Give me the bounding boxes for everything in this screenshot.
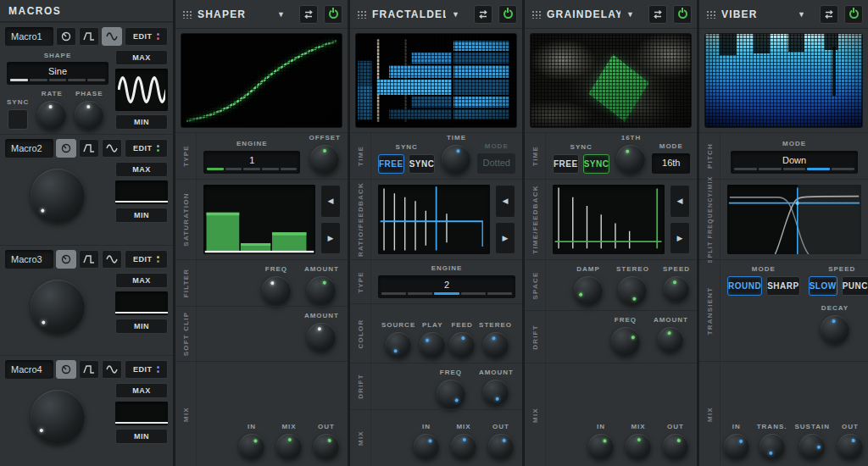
macro1-max-button[interactable]: MAX (115, 50, 168, 65)
mix-out-knob[interactable] (314, 434, 339, 459)
feedback-next-button[interactable]: ▶ (670, 222, 690, 255)
offset-knob[interactable] (310, 145, 339, 174)
macro1-edit-button[interactable]: EDIT (125, 27, 168, 46)
free-button[interactable]: FREE (553, 154, 579, 174)
sharp-button[interactable]: SHARP (766, 276, 800, 296)
mix-sustain-knob[interactable] (799, 434, 825, 459)
saturation-next-button[interactable]: ▶ (320, 222, 341, 255)
drag-handle-icon[interactable] (182, 9, 192, 19)
macro2-knob-mode-button[interactable] (56, 139, 76, 158)
time-knob[interactable] (442, 145, 470, 174)
macro3-lfo-mode-button[interactable] (102, 250, 122, 269)
macro2-max-button[interactable]: MAX (115, 162, 168, 177)
ratio-next-button[interactable]: ▶ (495, 222, 515, 255)
source-knob[interactable] (386, 332, 411, 358)
macro3-max-button[interactable]: MAX (115, 273, 168, 288)
macro2-envelope-mode-button[interactable] (79, 139, 99, 158)
mix-mix-knob[interactable] (276, 434, 302, 459)
slow-button[interactable]: SLOW (809, 276, 837, 296)
punch-button[interactable]: PUNCH (842, 276, 868, 296)
sync-button[interactable]: SYNC (583, 154, 610, 174)
drag-handle-icon[interactable] (706, 9, 715, 19)
macro4-knob[interactable] (31, 390, 85, 444)
pitch-mode-selector[interactable]: Down (731, 151, 858, 174)
power-button[interactable] (673, 5, 692, 24)
macro1-knob-mode-button[interactable] (56, 27, 76, 46)
mix-out-knob[interactable] (663, 434, 688, 459)
macro1-envelope-mode-button[interactable] (79, 27, 99, 46)
drift-freq-knob[interactable] (437, 380, 465, 408)
macro1-min-button[interactable]: MIN (115, 114, 168, 130)
round-button[interactable]: ROUND (727, 276, 762, 296)
time-feedback-display[interactable] (553, 185, 665, 254)
damp-knob[interactable] (574, 276, 603, 305)
saturation-bars-display[interactable] (203, 185, 315, 254)
mix-out-knob[interactable] (837, 434, 863, 459)
filter-freq-knob[interactable] (262, 276, 291, 305)
mix-in-knob[interactable] (588, 434, 614, 459)
macro3-knob[interactable] (31, 280, 85, 334)
decay-knob[interactable] (821, 315, 849, 344)
mix-trans-knob[interactable] (760, 434, 785, 459)
mix-out-knob[interactable] (488, 434, 514, 459)
saturation-prev-button[interactable]: ◀ (320, 185, 341, 218)
macro4-max-button[interactable]: MAX (115, 383, 168, 398)
macro4-min-button[interactable]: MIN (115, 429, 168, 444)
shaper-engine-selector[interactable]: 1 (203, 151, 300, 174)
mode-selector[interactable]: Dotted (477, 153, 515, 174)
power-button[interactable] (498, 5, 517, 24)
chevron-down-icon[interactable]: ▼ (798, 10, 805, 19)
drag-handle-icon[interactable] (531, 9, 541, 19)
mix-in-knob[interactable] (724, 434, 749, 459)
macro3-envelope-mode-button[interactable] (79, 250, 99, 269)
swap-module-button[interactable] (474, 5, 492, 24)
swap-module-button[interactable] (820, 5, 838, 24)
macro4-lfo-mode-button[interactable] (102, 360, 122, 379)
macro2-knob[interactable] (31, 169, 85, 223)
chevron-down-icon[interactable]: ▼ (277, 10, 285, 19)
mix-mix-knob[interactable] (626, 434, 651, 459)
mix-in-knob[interactable] (239, 434, 264, 459)
ratio-prev-button[interactable]: ◀ (495, 185, 515, 218)
swap-module-button[interactable] (648, 5, 667, 24)
split-frequency-mix-display[interactable] (727, 185, 861, 254)
macro4-edit-button[interactable]: EDIT (125, 360, 168, 379)
drift-amount-knob[interactable] (658, 327, 683, 352)
power-button[interactable] (324, 5, 342, 24)
fractaldelay-engine-selector[interactable]: 2 (378, 275, 515, 298)
chevron-down-icon[interactable]: ▼ (626, 10, 634, 19)
sync-button[interactable]: SYNC (409, 154, 436, 174)
mix-in-knob[interactable] (414, 434, 439, 459)
macro3-edit-button[interactable]: EDIT (125, 250, 168, 269)
feedback-prev-button[interactable]: ◀ (670, 185, 690, 218)
drift-amount-knob[interactable] (483, 380, 509, 405)
macro2-min-button[interactable]: MIN (115, 208, 168, 223)
swap-module-button[interactable] (299, 5, 318, 24)
macro2-lfo-mode-button[interactable] (102, 139, 122, 158)
feed-knob[interactable] (449, 332, 475, 358)
softclip-amount-knob[interactable] (307, 323, 336, 352)
shape-selector[interactable]: Sine (7, 62, 108, 85)
macro1-lfo-mode-button[interactable] (102, 27, 122, 46)
power-button[interactable] (844, 5, 863, 24)
sixteenth-knob[interactable] (616, 145, 645, 174)
free-button[interactable]: FREE (378, 154, 404, 174)
mode-selector[interactable]: 16th (652, 153, 690, 174)
drift-freq-knob[interactable] (611, 327, 640, 356)
macro4-knob-mode-button[interactable] (56, 360, 76, 379)
macro2-name-field[interactable]: Macro2 (5, 139, 53, 158)
macro3-name-field[interactable]: Macro3 (5, 250, 53, 269)
chevron-down-icon[interactable]: ▼ (452, 10, 459, 19)
speed-knob[interactable] (664, 276, 689, 302)
mix-mix-knob[interactable] (451, 434, 476, 459)
macro3-min-button[interactable]: MIN (115, 319, 168, 334)
macro1-phase-knob[interactable] (75, 101, 103, 130)
stereo-knob[interactable] (618, 276, 647, 305)
macro1-name-field[interactable]: Macro1 (5, 27, 53, 46)
macro4-name-field[interactable]: Macro4 (5, 360, 53, 379)
play-knob[interactable] (420, 332, 445, 358)
macro1-sync-button[interactable] (8, 109, 28, 130)
macro1-rate-knob[interactable] (37, 101, 66, 130)
stereo-knob[interactable] (483, 332, 509, 358)
macro4-envelope-mode-button[interactable] (79, 360, 99, 379)
